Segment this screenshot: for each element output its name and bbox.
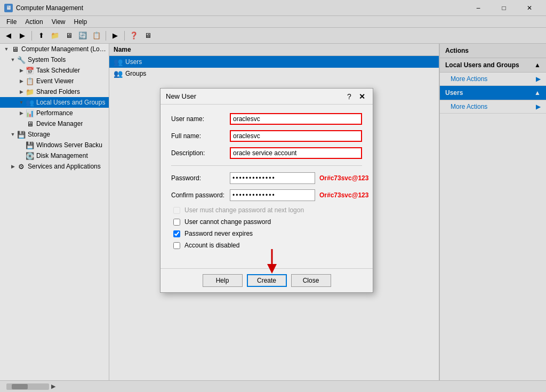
checkbox-never-expires-row: Password never expires [171,230,362,237]
username-label: User name: [171,115,230,123]
username-row: User name: [171,113,362,125]
confirm-input[interactable] [230,189,315,201]
close-dialog-button[interactable]: Close [291,274,331,287]
dialog-separator-1 [171,165,362,166]
password-reveal: Or#c73svc@123 [319,174,368,182]
description-row: Description: [171,147,362,159]
dialog-titlebar: New User ? ✕ [160,89,373,105]
fullname-row: Full name: [171,130,362,142]
fullname-input[interactable] [230,130,362,142]
confirm-label: Confirm password: [171,191,230,199]
checkbox-must-change-row: User must change password at next logon [171,206,362,214]
fullname-label: Full name: [171,132,230,140]
description-input[interactable] [230,147,362,159]
dialog-help-button[interactable]: ? [344,91,355,102]
checkbox-disabled-row: Account is disabled [171,242,362,249]
dialog-buttons-separator [160,268,373,269]
help-button[interactable]: Help [203,274,243,287]
password-input[interactable] [230,172,315,184]
description-label: Description: [171,149,230,157]
account-disabled-checkbox[interactable] [173,242,180,249]
create-button[interactable]: Create [247,274,287,287]
never-expires-checkbox[interactable] [173,230,180,237]
cannot-change-checkbox[interactable] [173,219,180,226]
dialog-close-button[interactable]: ✕ [357,91,367,102]
confirm-password-row: Confirm password: Or#c73svc@123 [171,189,362,201]
account-disabled-label: Account is disabled [184,242,239,249]
dialog-content: User name: Full name: Description: Passw… [160,105,373,262]
modal-overlay: New User ? ✕ User name: Full name: Descr… [0,0,546,392]
confirm-reveal: Or#c73svc@123 [319,191,368,199]
never-expires-label: Password never expires [184,230,253,237]
checkbox-cannot-change-row: User cannot change password [171,218,362,226]
dialog-buttons: Help Create Close [160,274,373,292]
username-input[interactable] [230,113,362,125]
cannot-change-label: User cannot change password [184,218,271,226]
password-label: Password: [171,174,230,182]
must-change-label: User must change password at next logon [184,206,304,214]
must-change-checkbox[interactable] [173,207,180,214]
new-user-dialog: New User ? ✕ User name: Full name: Descr… [160,88,373,293]
dialog-title: New User [166,92,344,100]
password-row: Password: Or#c73svc@123 [171,172,362,184]
